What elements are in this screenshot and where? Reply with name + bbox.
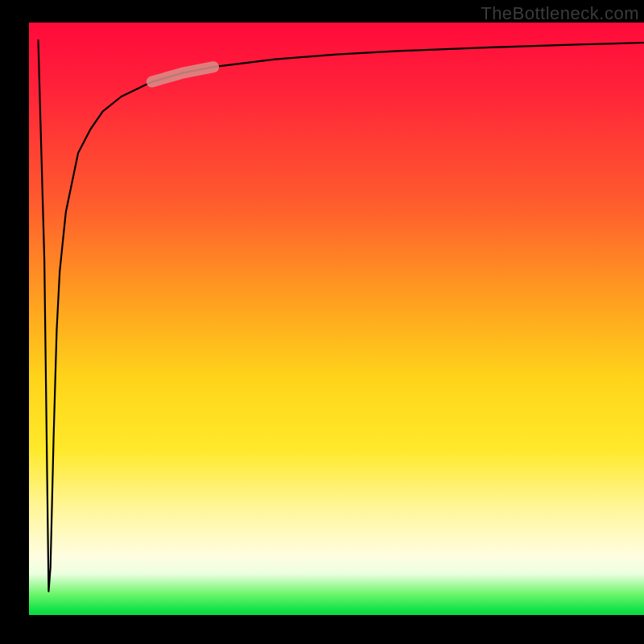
watermark-label: TheBottleneck.com: [481, 3, 639, 24]
chart-frame: TheBottleneck.com: [0, 0, 644, 644]
plot-area: [29, 23, 644, 615]
